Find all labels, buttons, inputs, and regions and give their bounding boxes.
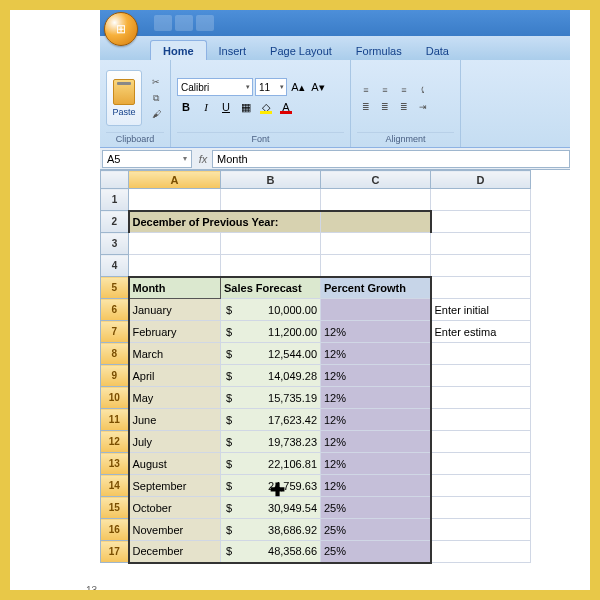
col-header-A[interactable]: A: [129, 171, 221, 189]
cell-c3[interactable]: [321, 233, 431, 255]
cell-c2[interactable]: [321, 211, 431, 233]
cell-forecast-14[interactable]: $24,759.63: [221, 475, 321, 497]
grow-font-button[interactable]: A▴: [289, 78, 307, 96]
cell-d11[interactable]: [431, 409, 531, 431]
cell-growth-17[interactable]: 25%: [321, 541, 431, 563]
cell-forecast-8[interactable]: $12,544.00: [221, 343, 321, 365]
align-center-button[interactable]: ≣: [376, 99, 394, 115]
cell-header-month[interactable]: Month: [129, 277, 221, 299]
cell-b3[interactable]: [221, 233, 321, 255]
font-color-button[interactable]: A: [277, 98, 295, 116]
cell-growth-12[interactable]: 12%: [321, 431, 431, 453]
row-header-3[interactable]: 3: [101, 233, 129, 255]
cell-growth-10[interactable]: 12%: [321, 387, 431, 409]
cell-d3[interactable]: [431, 233, 531, 255]
cell-forecast-17[interactable]: $48,358.66: [221, 541, 321, 563]
col-header-C[interactable]: C: [321, 171, 431, 189]
tab-formulas[interactable]: Formulas: [344, 41, 414, 60]
align-top-button[interactable]: ≡: [357, 82, 375, 98]
row-header-12[interactable]: 12: [101, 431, 129, 453]
fill-color-button[interactable]: ◇: [257, 98, 275, 116]
row-header-5[interactable]: 5: [101, 277, 129, 299]
cut-button[interactable]: ✂: [148, 75, 164, 89]
office-button[interactable]: [104, 12, 138, 46]
row-header-17[interactable]: 17: [101, 541, 129, 563]
cell-prev-year-label[interactable]: December of Previous Year:: [129, 211, 321, 233]
cell-month-13[interactable]: August: [129, 453, 221, 475]
cell-a1[interactable]: [129, 189, 221, 211]
cell-d4[interactable]: [431, 255, 531, 277]
row-header-6[interactable]: 6: [101, 299, 129, 321]
quick-access-toolbar[interactable]: [154, 15, 214, 31]
cell-forecast-10[interactable]: $15,735.19: [221, 387, 321, 409]
cell-growth-14[interactable]: 12%: [321, 475, 431, 497]
cell-d15[interactable]: [431, 497, 531, 519]
undo-icon[interactable]: [175, 15, 193, 31]
cell-growth-13[interactable]: 12%: [321, 453, 431, 475]
cell-growth-15[interactable]: 25%: [321, 497, 431, 519]
cell-month-7[interactable]: February: [129, 321, 221, 343]
select-all-corner[interactable]: [101, 171, 129, 189]
cell-forecast-7[interactable]: $11,200.00: [221, 321, 321, 343]
cell-d13[interactable]: [431, 453, 531, 475]
col-header-B[interactable]: B: [221, 171, 321, 189]
align-left-button[interactable]: ≣: [357, 99, 375, 115]
cell-growth-6[interactable]: [321, 299, 431, 321]
cell-a3[interactable]: [129, 233, 221, 255]
cell-d17[interactable]: [431, 541, 531, 563]
row-header-10[interactable]: 10: [101, 387, 129, 409]
cell-d5[interactable]: [431, 277, 531, 299]
cell-b1[interactable]: [221, 189, 321, 211]
cell-growth-11[interactable]: 12%: [321, 409, 431, 431]
tab-data[interactable]: Data: [414, 41, 461, 60]
cell-a4[interactable]: [129, 255, 221, 277]
copy-button[interactable]: ⧉: [148, 91, 164, 105]
cell-c4[interactable]: [321, 255, 431, 277]
cell-month-8[interactable]: March: [129, 343, 221, 365]
row-header-8[interactable]: 8: [101, 343, 129, 365]
format-painter-button[interactable]: 🖌: [148, 107, 164, 121]
cell-month-6[interactable]: January: [129, 299, 221, 321]
shrink-font-button[interactable]: A▾: [309, 78, 327, 96]
save-icon[interactable]: [154, 15, 172, 31]
font-size-combo[interactable]: 11: [255, 78, 287, 96]
cell-forecast-16[interactable]: $38,686.92: [221, 519, 321, 541]
bold-button[interactable]: B: [177, 98, 195, 116]
cell-month-15[interactable]: October: [129, 497, 221, 519]
cell-growth-9[interactable]: 12%: [321, 365, 431, 387]
cell-forecast-9[interactable]: $14,049.28: [221, 365, 321, 387]
paste-button[interactable]: Paste: [106, 70, 142, 126]
spreadsheet-grid[interactable]: ABCD12December of Previous Year:345Month…: [100, 170, 570, 564]
row-header-11[interactable]: 11: [101, 409, 129, 431]
cell-month-14[interactable]: September: [129, 475, 221, 497]
cell-forecast-12[interactable]: $19,738.23: [221, 431, 321, 453]
cell-forecast-6[interactable]: $10,000.00: [221, 299, 321, 321]
row-header-14[interactable]: 14: [101, 475, 129, 497]
cell-d12[interactable]: [431, 431, 531, 453]
cell-growth-7[interactable]: 12%: [321, 321, 431, 343]
cell-header-forecast[interactable]: Sales Forecast: [221, 277, 321, 299]
cell-d16[interactable]: [431, 519, 531, 541]
font-name-combo[interactable]: Calibri: [177, 78, 253, 96]
underline-button[interactable]: U: [217, 98, 235, 116]
cell-month-11[interactable]: June: [129, 409, 221, 431]
cell-forecast-15[interactable]: $30,949.54: [221, 497, 321, 519]
cell-b4[interactable]: [221, 255, 321, 277]
tab-home[interactable]: Home: [150, 40, 207, 60]
row-header-13[interactable]: 13: [101, 453, 129, 475]
tab-insert[interactable]: Insert: [207, 41, 259, 60]
orientation-button[interactable]: ⤹: [414, 82, 432, 98]
row-header-9[interactable]: 9: [101, 365, 129, 387]
cell-forecast-13[interactable]: $22,106.81: [221, 453, 321, 475]
name-box[interactable]: A5: [102, 150, 192, 168]
row-header-1[interactable]: 1: [101, 189, 129, 211]
col-header-D[interactable]: D: [431, 171, 531, 189]
cell-forecast-11[interactable]: $17,623.42: [221, 409, 321, 431]
row-header-15[interactable]: 15: [101, 497, 129, 519]
row-header-4[interactable]: 4: [101, 255, 129, 277]
cell-d8[interactable]: [431, 343, 531, 365]
formula-input[interactable]: Month: [212, 150, 570, 168]
cell-month-16[interactable]: November: [129, 519, 221, 541]
cell-month-17[interactable]: December: [129, 541, 221, 563]
cell-month-9[interactable]: April: [129, 365, 221, 387]
